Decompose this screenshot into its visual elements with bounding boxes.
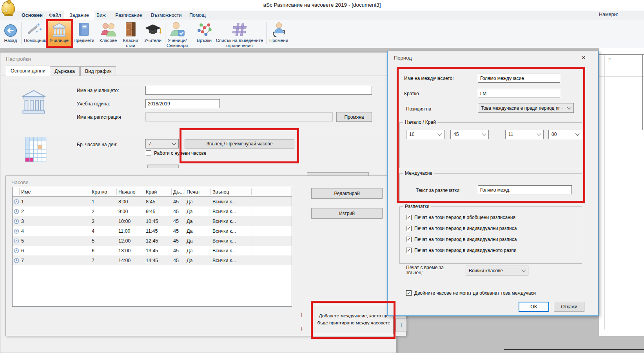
move-up-button[interactable]: ↑ (300, 311, 303, 318)
clock-icon (13, 258, 20, 263)
menu-fail[interactable]: Файл (45, 11, 65, 20)
start-minute-select[interactable]: 45 (450, 130, 489, 139)
cell-end: 8:45 (144, 199, 172, 205)
school-name-input[interactable] (145, 86, 372, 95)
menu-vizh[interactable]: Виж (93, 11, 110, 20)
tab-main-data[interactable]: Основни данни (6, 65, 50, 76)
cell-bell: Всички к... (211, 219, 252, 224)
cell-name: 1 (20, 199, 90, 205)
cancel-button[interactable]: Откажи (554, 302, 584, 312)
section-divider (6, 84, 392, 84)
covered-button-fragment[interactable]: l (395, 319, 407, 331)
links-button[interactable]: Връзки (195, 20, 213, 43)
bell-time-select[interactable]: Всички класове (466, 266, 528, 275)
menu-osnoven[interactable]: Основен (18, 11, 47, 20)
back-icon (4, 20, 17, 37)
cell-print: Да (185, 228, 211, 234)
grid-hash-icon (232, 20, 247, 37)
hours-window-titlebar[interactable]: Часове (11, 179, 29, 185)
header-end[interactable]: Край (144, 188, 172, 195)
changes-button[interactable]: Промени (268, 20, 289, 43)
move-down-button[interactable]: ↓ (300, 325, 303, 331)
school-button[interactable]: Училище (47, 20, 71, 43)
menu-razpisanie[interactable]: Разписание (111, 11, 146, 20)
cell-name: 5 (20, 238, 90, 244)
header-bell[interactable]: Звънец (211, 188, 252, 195)
lessons-per-day-select[interactable]: 7 (145, 139, 179, 148)
chevron-down-icon (521, 268, 526, 272)
cell-short: 6 (90, 248, 117, 253)
window-titlebar[interactable]: aSc Разписание на часовете 2019 - [docum… (0, 0, 644, 11)
checkbox-checked-icon: ✓ (406, 248, 412, 253)
menu-vazmozhnosti[interactable]: Възможности (147, 11, 185, 20)
asc-logo-bell-icon[interactable]: aSc (2, 1, 15, 16)
students-button[interactable]: Ученици/Семинари (158, 20, 196, 48)
table-row[interactable]: 5 5 12:00 12:45 45 Да Всички к... (13, 236, 292, 246)
delete-button[interactable]: Изтрий (311, 208, 383, 219)
checkbox-checked-icon: ✓ (406, 226, 412, 231)
cell-print: Да (185, 238, 211, 244)
double-lessons-checkbox[interactable]: ✓ Двойните часове не могат да обхванат т… (406, 290, 536, 296)
book-icon (77, 20, 91, 37)
chevron-down-icon (537, 131, 541, 136)
header-name[interactable]: Име (20, 188, 90, 195)
registration-label: Име на регистрация (77, 114, 121, 120)
ok-button[interactable]: OK (519, 302, 549, 312)
change-registration-button[interactable]: Промяна (336, 112, 372, 122)
break-short-input[interactable] (478, 89, 560, 98)
end-hour-select[interactable]: 11 (505, 130, 544, 139)
cell-start: 12:00 (117, 238, 144, 244)
cell-print: Да (185, 219, 211, 224)
zero-lessons-checkbox[interactable]: Работи с нулеви часове (146, 150, 207, 156)
wizard-button[interactable]: Помощник (23, 20, 47, 43)
magic-wand-icon (27, 20, 43, 37)
clock-icon (13, 219, 20, 224)
checkbox-unchecked (146, 150, 151, 156)
table-row[interactable]: 2 2 9:00 9:45 45 Да Всички к... (13, 206, 292, 216)
printout-checkbox[interactable]: ✓ Печат на този период в обобщени разпис… (406, 212, 579, 223)
table-row[interactable]: 4 4 11:00 11:45 45 Да Всички к... (13, 226, 292, 236)
back-button[interactable]: Назад (2, 20, 20, 43)
table-row[interactable]: 3 3 10:00 10:45 45 Да Всички к... (13, 216, 292, 226)
break-name-input[interactable] (478, 74, 560, 83)
classrooms-button[interactable]: Класни стаи (120, 20, 141, 48)
header-icon-column (13, 188, 20, 195)
menu-pomosht[interactable]: Помощ (185, 11, 210, 20)
start-hour-select[interactable]: 10 (406, 130, 444, 139)
tab-chart-type[interactable]: Вид график (80, 66, 116, 76)
subjects-button[interactable]: Предмети (72, 20, 96, 43)
constraints-button[interactable]: Списък на въведените ограничения (215, 20, 264, 48)
menu-zadanie[interactable]: Задание (64, 11, 94, 20)
edit-button[interactable]: Редактирай (311, 188, 383, 199)
add-break-button[interactable]: Добавете междучасие, което ще бъде принт… (314, 305, 394, 334)
bells-rename-hours-button[interactable]: Звънец / Преименувай часове (185, 139, 294, 148)
header-start[interactable]: Начало (117, 188, 144, 195)
clock-icon (13, 228, 20, 234)
cell-start: 14:00 (117, 258, 144, 263)
printout-checkbox[interactable]: ✓ Печат на този период в индивидуални ра… (406, 223, 579, 234)
cell-filler (252, 236, 292, 246)
cell-duration: 45 (172, 248, 185, 253)
position-select[interactable]: Това междучасие е преди период nr · (478, 103, 574, 113)
printout-checkbox[interactable]: ✓ Печат на този период в индивидуалното … (406, 245, 579, 256)
table-row[interactable]: 6 6 13:00 13:45 45 Да Всички к... (13, 246, 292, 255)
header-print[interactable]: Печат (185, 188, 211, 195)
hours-table-body: 1 1 8:00 8:45 45 Да Всички к... 2 2 9:00… (13, 197, 292, 265)
settings-window-titlebar[interactable]: Настройки (6, 56, 31, 62)
table-row[interactable]: 1 1 8:00 8:45 45 Да Всички к... (13, 197, 292, 206)
table-row[interactable]: 7 7 14:00 14:45 45 Да Всички к... (13, 255, 292, 265)
cell-print: Да (185, 199, 211, 205)
classes-button[interactable]: Класове (97, 20, 120, 43)
school-year-input[interactable] (145, 99, 220, 108)
header-duration[interactable]: Дъ... (172, 188, 185, 195)
cell-start: 13:00 (117, 248, 144, 253)
period-dialog-titlebar[interactable]: Период (394, 55, 412, 61)
hours-table-header: Име Кратко Начало Край Дъ... Печат Звъне… (13, 187, 292, 197)
header-short[interactable]: Кратко (90, 188, 117, 195)
break-group-label: Междучасие (403, 170, 434, 176)
printout-checkbox[interactable]: ✓ Печат на този период в индивидуални ра… (406, 234, 579, 245)
close-icon[interactable]: × (579, 53, 589, 62)
end-minute-select[interactable]: 00 (548, 130, 582, 139)
tab-country[interactable]: Държава (50, 66, 80, 76)
print-text-input[interactable] (478, 185, 572, 194)
